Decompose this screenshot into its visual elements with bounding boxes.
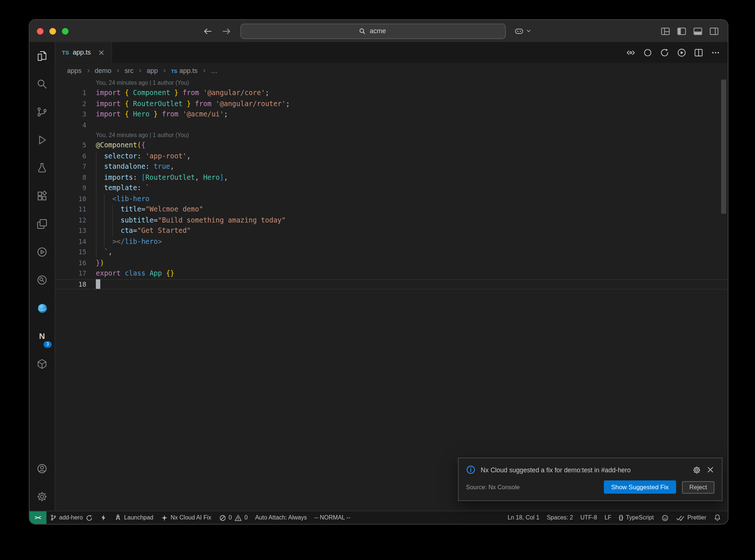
cursor-position-status-item[interactable]: Ln 18, Col 1 (504, 511, 543, 524)
sidebar-item-search[interactable] (29, 70, 55, 98)
scrollbar[interactable] (721, 80, 726, 214)
branch-status-item[interactable]: add-hero (46, 511, 97, 524)
breadcrumb-item[interactable]: demo (95, 67, 111, 74)
desktop: acme (0, 0, 755, 560)
sidebar-item-package[interactable] (29, 350, 55, 378)
search-icon (36, 78, 48, 90)
activity-bar: N 3 (29, 42, 55, 511)
account-icon (36, 463, 48, 475)
sidebar-item-source-control[interactable] (29, 98, 55, 126)
code-line: 6 selector: 'app-root', (55, 151, 728, 161)
language-status-item[interactable]: {} TypeScript (615, 511, 657, 524)
nx-cloud-fix-status-item[interactable]: Nx Cloud AI Fix (157, 511, 215, 524)
feedback-status-item[interactable] (657, 511, 672, 524)
search-icon (359, 28, 366, 34)
sidebar-item-explorer[interactable] (29, 42, 55, 70)
notifications-bell-item[interactable] (710, 511, 725, 524)
code-line: 8 imports: [RouterOutlet, Hero], (55, 172, 728, 183)
bell-icon (714, 514, 721, 522)
toggle-primary-sidebar-icon[interactable] (677, 26, 686, 36)
code-search-icon (36, 274, 48, 286)
indentation-status-item[interactable]: Spaces: 2 (543, 511, 577, 524)
problems-status-item[interactable]: 0 0 (215, 511, 251, 524)
code-line: 10 <lib-hero (55, 193, 728, 204)
sidebar-item-run-circle[interactable] (29, 238, 55, 266)
breadcrumb-item[interactable]: app (147, 67, 158, 74)
zoom-window-button[interactable] (62, 28, 69, 34)
search-value: acme (370, 27, 386, 35)
code-line: 16}) (55, 258, 728, 268)
chevron-right-icon (115, 68, 121, 74)
chevron-right-icon (85, 68, 91, 74)
more-actions-icon[interactable] (711, 48, 720, 57)
customize-layout-icon[interactable] (661, 26, 670, 36)
forward-icon[interactable] (222, 26, 231, 36)
breadcrumb-item[interactable]: apps (67, 67, 81, 74)
back-icon[interactable] (202, 26, 212, 36)
extensions-icon (36, 190, 48, 202)
toggle-secondary-sidebar-icon[interactable] (709, 26, 719, 36)
eol-status-item[interactable]: LF (601, 511, 615, 524)
run-file-icon[interactable] (660, 48, 669, 57)
tab-bar: TS app.ts (55, 42, 728, 63)
remote-icon: >< (35, 514, 41, 521)
sidebar-item-remote-explorer[interactable] (29, 210, 55, 238)
notification-close-icon[interactable] (706, 466, 714, 474)
rocket-icon (114, 514, 122, 522)
windows-icon (36, 218, 48, 230)
sidebar-item-run-debug[interactable] (29, 126, 55, 154)
code-line: 9 template: ` (55, 183, 728, 193)
bolt-icon (100, 514, 107, 522)
toggle-panel-icon[interactable] (693, 26, 703, 36)
reject-button[interactable]: Reject (682, 481, 714, 493)
vim-mode-status-item[interactable]: -- NORMAL -- (310, 511, 354, 524)
copilot-icon (514, 26, 524, 36)
explorer-icon (36, 50, 48, 62)
remote-indicator[interactable]: >< (29, 511, 46, 524)
sidebar-item-code-search[interactable] (29, 266, 55, 294)
breadcrumb-item[interactable]: … (211, 67, 218, 74)
command-center-search[interactable]: acme (240, 23, 505, 39)
source-control-icon (36, 106, 48, 118)
launchpad-status-item[interactable]: Launchpad (111, 511, 157, 524)
accounts-button[interactable] (29, 455, 55, 483)
sparkle-icon (161, 514, 168, 521)
code-lines: You, 24 minutes ago | 1 author (You)1imp… (55, 78, 728, 290)
auto-attach-status-item[interactable]: Auto Attach: Always (251, 511, 311, 524)
breadcrumb-item[interactable]: src (125, 67, 133, 74)
code-line: 3import { Hero } from '@acme/ui'; (55, 109, 728, 120)
breadcrumb-item-file[interactable]: TS app.ts (171, 67, 198, 74)
split-editor-icon[interactable] (694, 48, 703, 57)
formatter-status-item[interactable]: Prettier (672, 511, 710, 524)
copilot-menu[interactable] (514, 26, 531, 36)
close-tab-icon[interactable] (98, 49, 105, 56)
run-code-icon[interactable] (677, 48, 686, 57)
editor-cursor (96, 279, 100, 289)
typescript-file-icon: TS (171, 68, 177, 73)
minimize-window-button[interactable] (49, 28, 56, 34)
vscode-window: acme (29, 19, 728, 525)
bolt-status-item[interactable] (97, 511, 111, 524)
titlebar: acme (29, 20, 728, 42)
settings-button[interactable] (29, 483, 55, 511)
chevron-down-icon (525, 28, 531, 34)
editor[interactable]: You, 24 minutes ago | 1 author (You)1imp… (55, 78, 728, 511)
code-line: 11 title="Welcmoe demo" (55, 204, 728, 215)
open-changes-icon[interactable] (626, 48, 636, 57)
notification-settings-gear-icon[interactable] (692, 465, 701, 474)
encoding-status-item[interactable]: UTF-8 (577, 511, 601, 524)
braces-icon: {} (619, 514, 623, 521)
sidebar-item-browser-tools[interactable] (29, 294, 55, 322)
nx-badge: 3 (44, 341, 52, 348)
code-line: 17export class App {} (55, 268, 728, 279)
close-window-button[interactable] (37, 28, 44, 34)
run-and-debug-icon (36, 134, 48, 146)
show-suggested-fix-button[interactable]: Show Suggested Fix (604, 480, 676, 494)
info-icon (466, 465, 476, 475)
toggle-circle-icon[interactable] (643, 48, 653, 57)
sidebar-item-extensions[interactable] (29, 182, 55, 210)
tab-label: app.ts (73, 49, 91, 56)
sidebar-item-nx-console[interactable]: N 3 (29, 322, 55, 350)
sidebar-item-testing[interactable] (29, 154, 55, 182)
tab-app-ts[interactable]: TS app.ts (55, 42, 112, 63)
